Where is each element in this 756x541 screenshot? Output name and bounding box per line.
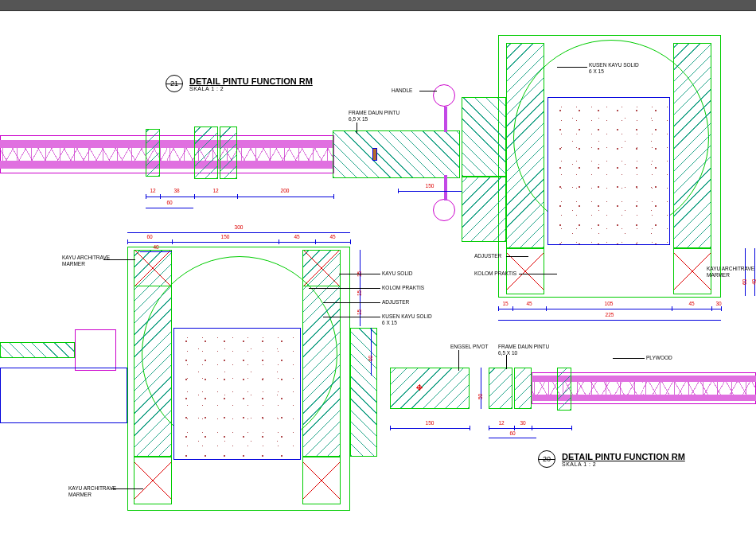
bl-marmer-block <box>75 329 116 371</box>
handle-bottom <box>433 199 455 221</box>
bl-x-b <box>302 457 341 504</box>
bl-door-jamb <box>390 368 470 409</box>
handle-stem-top <box>444 107 447 132</box>
dimline-a <box>146 197 333 197</box>
frame-block-a <box>194 126 218 179</box>
detail-20-scale: SKALA 1 : 2 <box>562 461 685 467</box>
label-frame-daun-br-size: 6,5 X 10 <box>498 350 517 356</box>
label-archi-bl2: MARMER <box>62 261 85 267</box>
label-kayu-solid: KAYU SOLID <box>382 270 413 276</box>
ur-kolom-praktis <box>548 97 670 245</box>
br-architrave-blk <box>557 368 571 411</box>
door-leaf-block <box>333 130 460 178</box>
label-archi-bl-bot2: MARMER <box>68 492 92 497</box>
ur-x-b <box>673 248 711 294</box>
ur-left-ext-2 <box>462 177 506 242</box>
ur-kusen-left <box>506 43 544 248</box>
bl-x-c <box>134 250 172 286</box>
wall-top-face <box>0 140 333 148</box>
app-titlebar <box>0 0 756 11</box>
bl-x-d <box>302 250 341 286</box>
br-chev-b <box>643 382 756 395</box>
detail-21-title: DETAIL PINTU FUNCTION RM <box>189 76 313 86</box>
label-frame-daun-size: 6,5 X 15 <box>349 116 368 122</box>
label-kusen-ur: KUSEN KAYU SOLID <box>589 62 639 68</box>
detail-title-20: 20 DETAIL PINTU FUNCTION RM SKALA 1 : 2 <box>538 450 685 468</box>
br-chev-a <box>532 382 643 395</box>
label-handle: HANDLE <box>392 88 412 93</box>
label-frame-daun-br: FRAME DAUN PINTU <box>498 344 549 349</box>
cad-canvas[interactable]: 21 DETAIL PINTU FUNCTION RM SKALA 1 : 2 … <box>0 11 756 541</box>
handle-stem-bot <box>444 175 447 200</box>
pivot-symbol <box>417 385 422 390</box>
handle-top <box>433 84 455 107</box>
wall-core-chev-b <box>167 148 334 161</box>
label-archi-bl-bot: KAYU ARCHITRAVE <box>68 485 116 491</box>
detail-title-21: 21 DETAIL PINTU FUNCTION RM SKALA 1 : 2 <box>166 75 313 92</box>
bl-kolom <box>173 328 301 460</box>
wall-bot-face <box>0 161 333 169</box>
ur-left-ext-1 <box>462 97 506 177</box>
label-archi-ur: KAYU ARCHITRAVE <box>707 266 754 271</box>
bl-left-strip-top <box>0 342 75 358</box>
br-frame-a <box>489 368 512 409</box>
bl-left-wall <box>0 368 127 423</box>
label-adjuster-bl: ADJUSTER <box>382 299 409 305</box>
label-archi-ur2: MARMER <box>707 272 730 278</box>
label-kolom-ur: KOLOM PRAKTIS <box>474 270 516 276</box>
frame-block-b <box>220 126 237 179</box>
label-kusen-size-ur: 6 X 15 <box>589 68 604 74</box>
label-kusen-bl: KUSEN KAYU SOLID <box>382 313 432 319</box>
label-frame-daun: FRAME DAUN PINTU <box>349 110 399 115</box>
bl-x-a <box>134 457 172 504</box>
callout-bubble-21: 21 <box>166 75 183 92</box>
door-core-strip <box>372 148 377 161</box>
label-plywood: PLYWOOD <box>646 355 672 360</box>
wall-core-chev-a <box>0 148 167 161</box>
architrave-left-a <box>146 129 160 177</box>
label-kusen-size-bl: 6 X 15 <box>382 320 397 325</box>
label-adjuster-ur: ADJUSTER <box>474 253 501 259</box>
br-frame-b <box>514 368 532 409</box>
callout-bubble-20: 20 <box>538 450 555 468</box>
ur-kusen-right <box>673 43 711 248</box>
label-engsel: ENGSEL PIVOT <box>450 344 488 349</box>
label-kolom-bl: KOLOM PRAKTIS <box>382 285 424 290</box>
bl-right-ext <box>350 328 377 457</box>
detail-21-scale: SKALA 1 : 2 <box>189 86 313 91</box>
detail-20-title: DETAIL PINTU FUNCTION RM <box>562 452 685 461</box>
